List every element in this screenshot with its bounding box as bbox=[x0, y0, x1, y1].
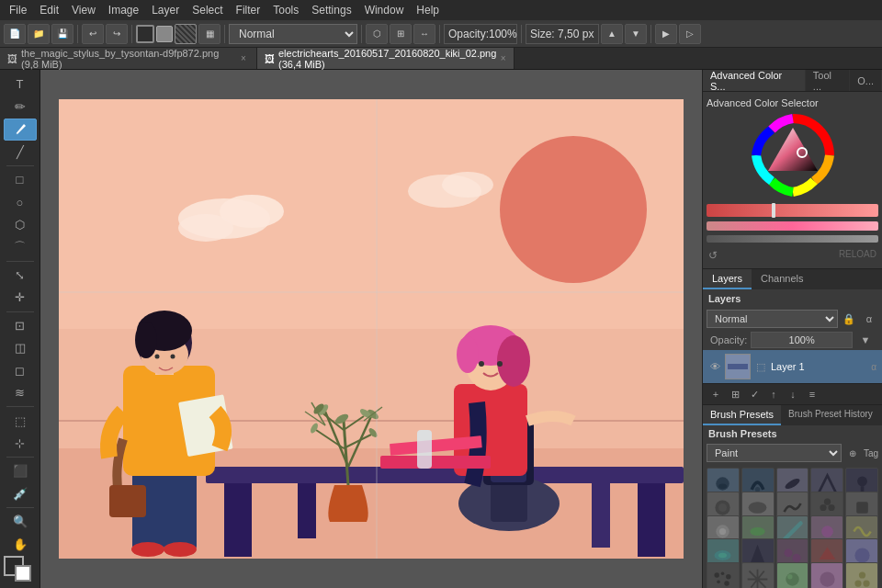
pattern-btn[interactable] bbox=[175, 24, 197, 44]
layers-tab-channels[interactable]: Channels bbox=[752, 269, 812, 289]
brush-category-select[interactable]: Paint bbox=[707, 444, 842, 462]
tab-close-1[interactable]: × bbox=[500, 52, 506, 65]
eraser-tool[interactable]: ◻ bbox=[4, 359, 37, 381]
layer-row-1[interactable]: 👁 ⬚ Layer 1 α bbox=[703, 350, 882, 383]
crop-tool[interactable]: ⊡ bbox=[4, 314, 37, 336]
opacity-field[interactable]: Opacity: 100% bbox=[444, 24, 517, 44]
menu-settings[interactable]: Settings bbox=[306, 2, 356, 18]
color-wheel-container[interactable] bbox=[707, 114, 878, 197]
ellipse-tool[interactable]: ○ bbox=[4, 191, 37, 213]
text-tool[interactable]: T bbox=[4, 74, 37, 96]
wrap-btn[interactable]: ⊞ bbox=[390, 24, 412, 44]
menu-image[interactable]: Image bbox=[103, 2, 144, 18]
menu-edit[interactable]: Edit bbox=[34, 2, 64, 18]
menu-filter[interactable]: Filter bbox=[231, 2, 266, 18]
eyedropper-tool[interactable]: 💉 bbox=[4, 483, 37, 505]
select-shape-btn[interactable]: ⬡ bbox=[366, 24, 388, 44]
add-layer-btn[interactable]: + bbox=[707, 386, 725, 402]
separator-2 bbox=[131, 25, 132, 43]
calligraphy-tool[interactable]: ✏ bbox=[4, 96, 37, 119]
open-button[interactable]: 📁 bbox=[28, 24, 50, 44]
gradient-btn[interactable]: ▦ bbox=[198, 24, 220, 44]
size-field[interactable]: Size: 7,50 px bbox=[526, 24, 599, 44]
brush-cell-25[interactable] bbox=[845, 562, 878, 588]
color-selector-panel: Advanced Color Selector bbox=[703, 92, 882, 269]
opacity-down-btn[interactable]: ▼ bbox=[856, 332, 875, 348]
brush-cell-23[interactable] bbox=[776, 562, 809, 588]
layers-blend-select[interactable]: Normal bbox=[707, 310, 838, 328]
redo-button[interactable]: ↪ bbox=[106, 24, 128, 44]
panel-tab-tool[interactable]: Tool ... bbox=[806, 70, 850, 91]
layers-tab-layers[interactable]: Layers bbox=[703, 269, 752, 289]
rect-tool[interactable]: □ bbox=[4, 169, 37, 191]
fill-tool[interactable]: ⬛ bbox=[4, 460, 37, 482]
smudge-tool[interactable]: ≋ bbox=[4, 382, 37, 404]
layer-alpha-icon: α bbox=[871, 362, 876, 372]
brush-cell-24[interactable] bbox=[810, 562, 843, 588]
select-rect-tool[interactable]: ⬚ bbox=[4, 410, 37, 432]
undo-button[interactable]: ↩ bbox=[82, 24, 104, 44]
brush-tab-history[interactable]: Brush Preset History bbox=[781, 405, 880, 425]
layer-menu-btn[interactable]: ≡ bbox=[803, 386, 821, 402]
svg-rect-17 bbox=[224, 483, 252, 557]
brush-cell-22[interactable] bbox=[741, 562, 775, 588]
layer-visibility-icon[interactable]: 👁 bbox=[708, 360, 721, 373]
menu-window[interactable]: Window bbox=[359, 2, 410, 18]
mirror-tool-btn[interactable]: ▷ bbox=[679, 24, 701, 44]
bg-color-swatch[interactable] bbox=[156, 26, 173, 42]
panel-tab-other[interactable]: O... bbox=[850, 70, 882, 91]
saturation-slider[interactable] bbox=[707, 221, 878, 231]
size-down-btn[interactable]: ▼ bbox=[625, 24, 647, 44]
layers-tabs: Layers Channels bbox=[703, 269, 882, 289]
hue-slider[interactable] bbox=[707, 204, 878, 217]
alpha-lock-btn[interactable]: α bbox=[860, 311, 878, 327]
color-reload-label: RELOAD bbox=[839, 249, 876, 262]
layer-down2-btn[interactable]: ↓ bbox=[784, 386, 802, 402]
move-tool[interactable]: ✛ bbox=[4, 287, 37, 309]
separator-3 bbox=[224, 25, 225, 43]
tool-options-btn[interactable]: ▶ bbox=[655, 24, 677, 44]
fg-color-swatch[interactable] bbox=[136, 25, 154, 43]
layers-opacity-value[interactable]: 100% bbox=[751, 332, 853, 348]
line-tool[interactable]: ╱ bbox=[4, 141, 37, 164]
menu-tools[interactable]: Tools bbox=[267, 2, 304, 18]
transform-tool[interactable]: ⤡ bbox=[4, 265, 37, 287]
polygon-tool[interactable]: ⬡ bbox=[4, 214, 37, 236]
svg-rect-19 bbox=[592, 483, 610, 548]
freehand-brush-tool[interactable] bbox=[4, 119, 37, 141]
menu-view[interactable]: View bbox=[66, 2, 101, 18]
menu-select[interactable]: Select bbox=[187, 2, 228, 18]
menu-layer[interactable]: Layer bbox=[146, 2, 185, 18]
value-slider[interactable] bbox=[707, 235, 878, 243]
color-reset-icon[interactable]: ↺ bbox=[708, 249, 718, 262]
new-button[interactable]: 📄 bbox=[4, 24, 26, 44]
freeform-tool[interactable]: ⌒ bbox=[4, 236, 37, 258]
add-group-btn[interactable]: ⊞ bbox=[726, 386, 744, 402]
zoom-tool[interactable]: 🔍 bbox=[4, 511, 37, 533]
panel-tab-color[interactable]: Advanced Color S... bbox=[703, 70, 806, 91]
menu-file[interactable]: File bbox=[4, 2, 32, 18]
mirror-btn[interactable]: ↔ bbox=[413, 24, 435, 44]
save-button[interactable]: 💾 bbox=[51, 24, 74, 44]
layer-down-btn[interactable]: ↑ bbox=[764, 386, 783, 402]
canvas-area[interactable] bbox=[40, 70, 702, 588]
select-freehand-tool[interactable]: ⊹ bbox=[4, 433, 37, 455]
bg-color[interactable] bbox=[15, 565, 31, 582]
svg-point-10 bbox=[178, 214, 233, 242]
menu-help[interactable]: Help bbox=[411, 2, 445, 18]
brush-cell-21[interactable] bbox=[707, 562, 740, 588]
gradient-fill-tool[interactable]: ◫ bbox=[4, 337, 37, 359]
size-up-btn[interactable]: ▲ bbox=[601, 24, 623, 44]
tab-1[interactable]: 🖼 electrichearts_20160517_20160820_kiki_… bbox=[257, 48, 514, 69]
svg-point-101 bbox=[787, 574, 792, 579]
tab-0[interactable]: 🖼 the_magic_stylus_by_tysontan-d9fp872.p… bbox=[0, 48, 257, 69]
blend-mode-select[interactable]: Normal bbox=[229, 24, 357, 44]
pan-tool[interactable]: ✋ bbox=[4, 533, 37, 555]
tool-sep-3 bbox=[6, 311, 34, 312]
brush-tag-btn[interactable]: ⊕ bbox=[843, 445, 862, 461]
layer-up-btn[interactable]: ✓ bbox=[745, 386, 763, 402]
tab-close-0[interactable]: × bbox=[238, 52, 249, 65]
svg-point-31 bbox=[497, 361, 503, 367]
lock-btn[interactable]: 🔒 bbox=[840, 311, 858, 327]
brush-tab-presets[interactable]: Brush Presets bbox=[703, 405, 781, 425]
